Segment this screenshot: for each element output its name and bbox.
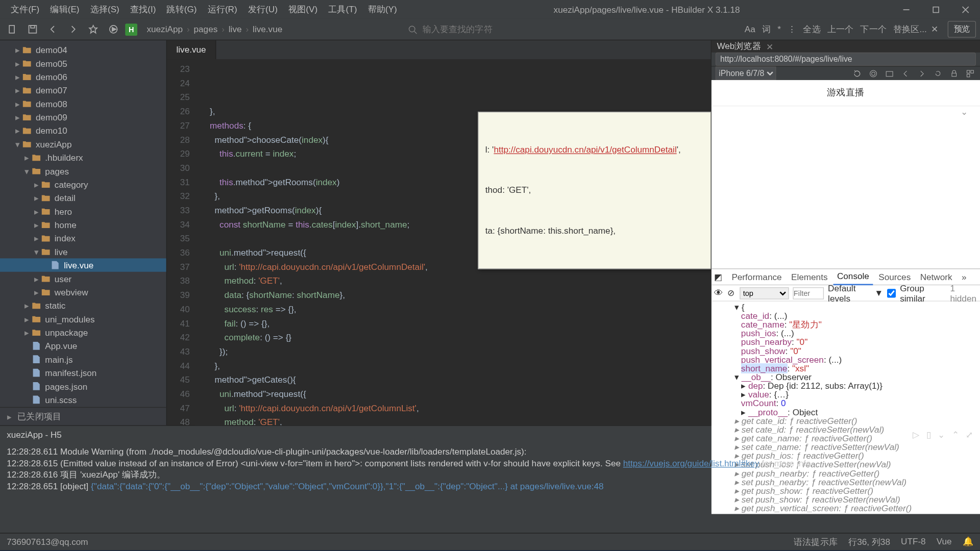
close-button[interactable]: [950, 0, 980, 19]
play-icon[interactable]: ▷: [913, 430, 919, 440]
folder-tree-item[interactable]: static: [0, 298, 166, 312]
find-option[interactable]: Aa: [745, 24, 755, 34]
device-select[interactable]: iPhone 6/7/8: [716, 67, 776, 80]
menu-item[interactable]: 文件(F): [6, 1, 45, 18]
breadcrumb-item[interactable]: live: [229, 24, 242, 34]
folder-tree-item[interactable]: hero: [0, 205, 166, 218]
find-option[interactable]: ⋮: [788, 24, 796, 34]
gear-icon[interactable]: [867, 67, 879, 80]
more-tabs-icon[interactable]: »: [958, 269, 970, 284]
folder-tree-item[interactable]: index: [0, 232, 166, 245]
folder-tree-item[interactable]: unpackage: [0, 325, 166, 339]
find-option[interactable]: 下一个: [860, 23, 886, 35]
screenshot-icon[interactable]: [883, 67, 895, 80]
hidden-count[interactable]: 1 hidden: [950, 283, 977, 304]
console-line[interactable]: ▸ dep: Dep {id: 2112, subs: Array(1)}: [714, 382, 977, 390]
global-search-input[interactable]: 输入要查找的字符: [408, 23, 741, 35]
console-line[interactable]: ▸ get cate_id: ƒ reactiveGetter(): [714, 416, 977, 425]
status-item[interactable]: UTF-8: [901, 536, 926, 548]
folder-tree-item[interactable]: home: [0, 218, 166, 231]
menu-item[interactable]: 跳转(G): [161, 1, 202, 18]
file-tree[interactable]: demo04demo05demo06demo07demo08demo09demo…: [0, 40, 166, 407]
expand-icon[interactable]: ⌃: [952, 430, 960, 440]
code-lines[interactable]: l: 'http://capi.douyucdn.cn/api/v1/getCo…: [195, 59, 710, 425]
find-option[interactable]: 全选: [803, 23, 820, 35]
menu-item[interactable]: 工具(T): [323, 1, 362, 18]
console-line[interactable]: push_nearby: "0": [714, 338, 977, 346]
clear-console-icon[interactable]: ⊘: [727, 288, 736, 298]
group-similar-checkbox[interactable]: [887, 287, 896, 299]
folder-tree-item[interactable]: demo07: [0, 84, 166, 97]
folder-tree-item[interactable]: demo09: [0, 110, 166, 123]
folder-tree-item[interactable]: pages: [0, 164, 166, 178]
console-line[interactable]: ▾ __ob__: Observer: [714, 373, 977, 382]
folder-tree-item[interactable]: demo10: [0, 124, 166, 137]
devtools-tab[interactable]: Elements: [787, 269, 831, 284]
stop-icon[interactable]: ▯: [926, 430, 931, 440]
folder-tree-item[interactable]: detail: [0, 191, 166, 205]
console-toolbar-icons[interactable]: ▷ ▯ ⌄ ⌃ ⤢: [913, 430, 973, 440]
minimize-button[interactable]: [891, 0, 921, 19]
account-label[interactable]: 736907613@qq.com: [7, 537, 88, 547]
find-option[interactable]: 词: [762, 23, 771, 35]
filter-input[interactable]: [793, 287, 824, 299]
breadcrumb-item[interactable]: xueziApp: [146, 24, 183, 34]
console-body[interactable]: 12:28:28.611 Module Warning (from ./node…: [0, 443, 980, 533]
docs-link[interactable]: https://vuejs.org/guide/list.html#key: [623, 458, 760, 468]
folder-tree-item[interactable]: demo05: [0, 57, 166, 70]
forward-icon[interactable]: [65, 21, 81, 38]
menu-item[interactable]: 发行(U): [242, 1, 283, 18]
browser-tab-label[interactable]: Web浏览器: [717, 40, 761, 53]
menu-item[interactable]: 编辑(E): [45, 1, 85, 18]
console-line[interactable]: push_vertical_screen: (...): [714, 355, 977, 364]
find-option[interactable]: *: [777, 24, 781, 34]
back-icon[interactable]: [44, 21, 61, 38]
star-icon[interactable]: [85, 21, 101, 38]
status-item[interactable]: 语法提示库: [794, 536, 838, 548]
folder-tree-item[interactable]: demo04: [0, 43, 166, 56]
file-tree-item[interactable]: manifest.json: [0, 366, 166, 379]
status-item[interactable]: Vue: [937, 536, 952, 548]
folder-tree-item[interactable]: webview: [0, 285, 166, 298]
save-icon[interactable]: [24, 21, 40, 38]
breadcrumb[interactable]: xueziApp›pages›live›live.vue: [146, 24, 282, 34]
breadcrumb-item[interactable]: pages: [194, 24, 218, 34]
inspect-icon[interactable]: ◩: [714, 272, 726, 282]
folder-tree-item[interactable]: .hbuilderx: [0, 151, 166, 164]
refresh-icon[interactable]: [851, 67, 863, 80]
menu-item[interactable]: 帮助(Y): [362, 1, 402, 18]
devtools-tab[interactable]: Network: [916, 269, 957, 284]
folder-tree-item[interactable]: user: [0, 272, 166, 285]
maximize-button[interactable]: [921, 0, 950, 19]
find-option[interactable]: 替换区...: [893, 23, 927, 35]
menu-item[interactable]: 查找(I): [125, 1, 161, 18]
folder-tree-item[interactable]: demo08: [0, 97, 166, 110]
url-input[interactable]: [716, 53, 976, 66]
log-levels[interactable]: Default levels: [828, 283, 870, 304]
qrcode-icon[interactable]: [964, 67, 976, 80]
file-tree-item[interactable]: main.js: [0, 353, 166, 366]
code-area[interactable]: 2324252627282930313233343536373839404142…: [167, 59, 710, 425]
console-line[interactable]: short_name: "xsl": [714, 364, 977, 372]
file-tree-item[interactable]: pages.json: [0, 380, 166, 393]
folder-tree-item[interactable]: demo06: [0, 70, 166, 83]
lock-icon[interactable]: [948, 67, 960, 80]
context-select[interactable]: top: [740, 287, 789, 299]
folder-tree-item[interactable]: category: [0, 178, 166, 191]
console-line[interactable]: push_show: "0": [714, 346, 977, 355]
close-tab-icon[interactable]: ✕: [766, 41, 774, 52]
devtools-tab[interactable]: Sources: [874, 269, 915, 284]
nav-back-icon[interactable]: [899, 67, 912, 80]
editor-tab-live[interactable]: live.vue: [167, 40, 216, 59]
folder-tree-item[interactable]: xueziApp: [0, 137, 166, 151]
new-file-icon[interactable]: [4, 21, 20, 38]
nav-forward-icon[interactable]: [915, 67, 927, 80]
file-tree-item[interactable]: App.vue: [0, 339, 166, 353]
closed-projects-section[interactable]: 已关闭项目: [0, 407, 166, 425]
console-line[interactable]: ▸ value: {…}: [714, 390, 977, 399]
console-line[interactable]: cate_id: (...): [714, 312, 977, 320]
close-find-icon[interactable]: ✕: [931, 24, 939, 34]
folder-tree-item[interactable]: uni_modules: [0, 312, 166, 325]
console-line[interactable]: cate_name: "星劲力": [714, 320, 977, 329]
console-line[interactable]: ▸ __proto__: Object: [714, 408, 977, 416]
